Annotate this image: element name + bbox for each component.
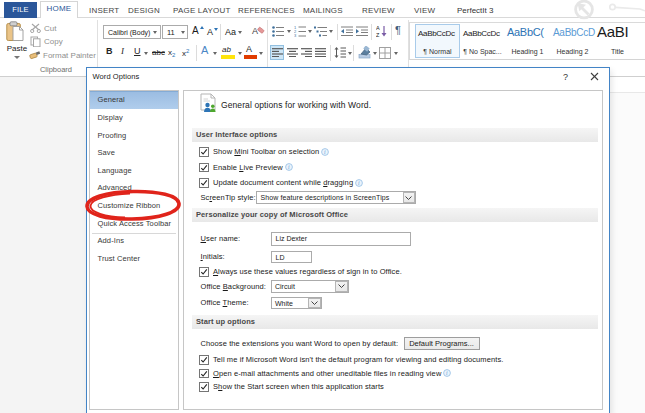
svg-text:A: A (376, 25, 380, 31)
svg-text:3: 3 (294, 33, 297, 37)
svg-text:Z: Z (376, 32, 380, 38)
